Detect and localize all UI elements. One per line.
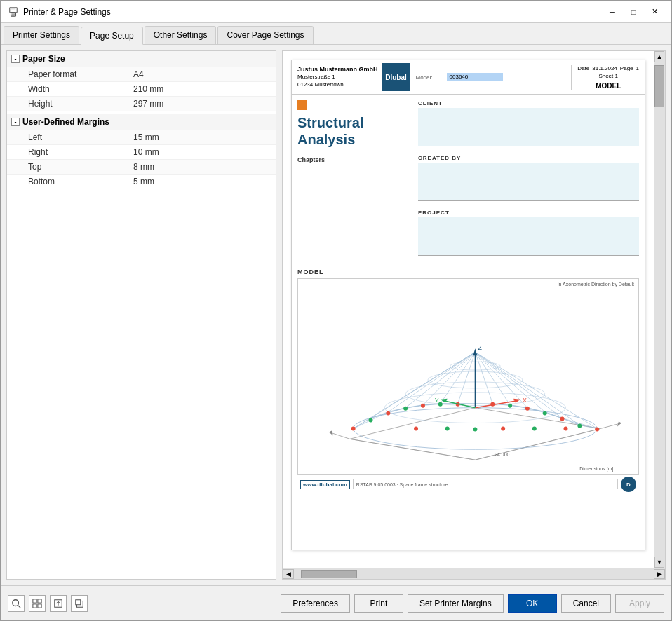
project-box xyxy=(418,217,639,256)
export-toolbar-button[interactable] xyxy=(50,595,67,612)
svg-text:Z: Z xyxy=(478,344,482,351)
project-title: PROJECT xyxy=(418,210,639,216)
svg-point-58 xyxy=(369,418,373,423)
apply-button[interactable]: Apply xyxy=(615,594,664,613)
logo-box: Dlubal xyxy=(382,63,410,91)
horizontal-scrollbar[interactable]: ◀ ▶ xyxy=(283,568,665,579)
preview-scroll[interactable]: Justus Mustermann GmbH Musterstraße 1 01… xyxy=(283,51,654,568)
svg-rect-90 xyxy=(33,599,36,602)
svg-point-66 xyxy=(508,404,512,408)
scroll-down-btn[interactable]: ▼ xyxy=(654,557,664,568)
svg-line-89 xyxy=(18,605,21,608)
margins-expand[interactable]: - xyxy=(11,118,20,126)
vertical-scrollbar[interactable]: ▲ ▼ xyxy=(654,51,665,568)
tab-other-settings[interactable]: Other Settings xyxy=(145,26,217,44)
tab-cover-page-settings[interactable]: Cover Page Settings xyxy=(217,26,313,44)
left-margin-value: 15 mm xyxy=(133,132,159,142)
printer-icon xyxy=(8,6,19,18)
scroll-right-btn[interactable]: ▶ xyxy=(654,569,665,579)
grid-toolbar-button[interactable] xyxy=(29,595,46,612)
svg-point-67 xyxy=(525,407,530,411)
left-panel: - Paper Size Paper format A4 Width 210 m… xyxy=(6,50,276,580)
svg-point-60 xyxy=(403,407,408,411)
paper-size-expand[interactable]: - xyxy=(11,55,20,63)
svg-rect-2 xyxy=(11,13,15,14)
svg-rect-5 xyxy=(308,279,629,474)
model-preview: In Axonometric Direction by Default xyxy=(297,278,639,475)
svg-point-68 xyxy=(543,411,547,416)
print-button[interactable]: Print xyxy=(354,594,403,613)
right-margin-label: Right xyxy=(28,147,133,157)
footer-app-text: RSTAB 9.05.0003 · Space frame structure xyxy=(356,482,614,487)
svg-rect-4 xyxy=(11,7,16,9)
scroll-up-btn[interactable]: ▲ xyxy=(654,51,664,62)
bottom-right-buttons: Preferences Print Set Printer Margins OK… xyxy=(281,594,664,613)
title-bar-controls: ─ □ ✕ xyxy=(603,5,664,19)
tab-printer-settings[interactable]: Printer Settings xyxy=(4,26,79,44)
svg-point-61 xyxy=(421,404,425,408)
client-title: CLIENT xyxy=(418,100,639,107)
paper-size-label: Paper Size xyxy=(22,54,65,64)
company-addr2: 01234 Mustertown xyxy=(297,81,378,88)
set-printer-margins-button[interactable]: Set Printer Margins xyxy=(408,594,504,613)
search-toolbar-button[interactable] xyxy=(8,595,25,612)
window-title: Printer & Page Settings xyxy=(23,7,111,17)
right-content: CLIENT CREATED BY PROJECT xyxy=(418,100,639,257)
scroll-left-btn[interactable]: ◀ xyxy=(283,569,294,579)
svg-point-71 xyxy=(595,427,599,431)
footer-dlubal-logo: D xyxy=(621,477,636,492)
left-margin-row: Left 15 mm xyxy=(7,130,276,145)
model-meta-row: Model: 003646 xyxy=(416,73,566,81)
svg-point-74 xyxy=(501,426,505,430)
bottom-margin-row: Bottom 5 mm xyxy=(7,175,276,189)
preferences-button[interactable]: Preferences xyxy=(281,594,350,613)
width-row: Width 210 mm xyxy=(7,82,276,97)
cancel-button[interactable]: Cancel xyxy=(561,594,611,613)
margins-section-header: - User-Defined Margins xyxy=(7,114,276,130)
svg-rect-93 xyxy=(38,603,41,607)
svg-rect-99 xyxy=(76,599,81,604)
top-margin-row: Top 8 mm xyxy=(7,160,276,175)
left-margin-label: Left xyxy=(28,132,133,142)
client-section: CLIENT xyxy=(418,100,639,148)
svg-point-72 xyxy=(414,426,418,430)
svg-text:Dimensions [m]: Dimensions [m] xyxy=(579,466,613,472)
tabs-bar: Printer Settings Page Setup Other Settin… xyxy=(1,23,671,45)
top-margin-value: 8 mm xyxy=(133,162,154,172)
minimize-button[interactable]: ─ xyxy=(603,5,622,19)
doc-title: Structural Analysis xyxy=(297,114,410,148)
scrollbar-thumb[interactable] xyxy=(654,65,664,107)
margins-label: User-Defined Margins xyxy=(22,117,109,127)
model-section: MODEL In Axonometric Direction by Defaul… xyxy=(292,263,645,499)
footer-sep1 xyxy=(353,479,354,489)
model-section-title: MODEL xyxy=(297,268,639,275)
hscroll-thumb[interactable] xyxy=(301,570,357,578)
svg-rect-91 xyxy=(38,599,41,602)
copy-toolbar-button[interactable] xyxy=(71,595,88,612)
right-margin-row: Right 10 mm xyxy=(7,145,276,160)
header-model-label: MODEL xyxy=(577,82,639,90)
sheet-label: Sheet xyxy=(598,73,613,79)
tab-page-setup[interactable]: Page Setup xyxy=(81,27,143,45)
page-value: 1 xyxy=(636,65,639,71)
height-value: 297 mm xyxy=(133,99,163,109)
svg-point-69 xyxy=(560,417,565,421)
bottom-bar: Preferences Print Set Printer Margins OK… xyxy=(1,585,671,620)
left-content: Structural Analysis Chapters xyxy=(297,100,410,257)
top-margin-label: Top xyxy=(28,162,133,172)
project-section: PROJECT xyxy=(418,210,639,257)
maximize-button[interactable]: □ xyxy=(624,5,643,19)
client-box xyxy=(418,108,639,146)
page-body: Structural Analysis Chapters CLIENT xyxy=(292,95,645,263)
paper-size-section-header: - Paper Size xyxy=(7,51,276,67)
preview-page: Justus Mustermann GmbH Musterstraße 1 01… xyxy=(291,60,645,550)
svg-point-59 xyxy=(386,411,390,416)
bottom-left-icons xyxy=(8,595,88,612)
date-label: Date xyxy=(577,65,589,71)
svg-point-73 xyxy=(445,426,450,430)
ok-button[interactable]: OK xyxy=(508,594,557,613)
close-button[interactable]: ✕ xyxy=(645,5,664,19)
created-by-section: CREATED BY xyxy=(418,155,639,203)
title-bar: Printer & Page Settings ─ □ ✕ xyxy=(1,1,671,23)
main-window: Printer & Page Settings ─ □ ✕ Printer Se… xyxy=(0,0,672,621)
